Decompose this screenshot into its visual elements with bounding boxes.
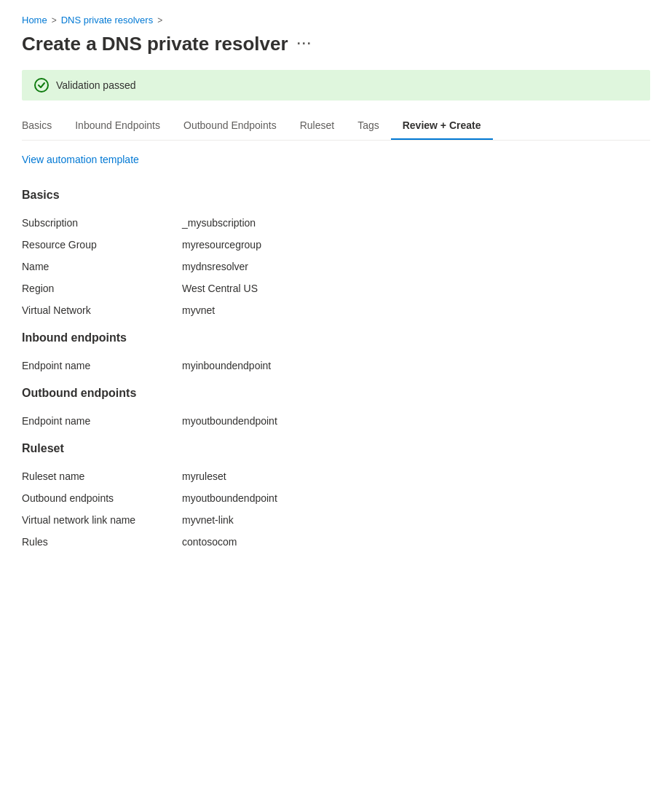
- breadcrumb-sep2: >: [157, 15, 162, 25]
- value-rules: contosocom: [182, 536, 237, 548]
- breadcrumb-dns[interactable]: DNS private resolvers: [61, 15, 153, 25]
- table-row: Endpoint name myoutboundendpoint: [22, 410, 650, 432]
- inbound-heading: Inbound endpoints: [22, 331, 650, 344]
- table-row: Virtual Network myvnet: [22, 299, 650, 321]
- outbound-section: Outbound endpoints Endpoint name myoutbo…: [22, 387, 650, 432]
- table-row: Rules contosocom: [22, 531, 650, 553]
- table-row: Virtual network link name myvnet-link: [22, 509, 650, 531]
- tab-inbound[interactable]: Inbound Endpoints: [63, 114, 172, 140]
- value-vnet-link-name: myvnet-link: [182, 514, 234, 526]
- label-ruleset-name: Ruleset name: [22, 470, 182, 482]
- value-virtual-network: myvnet: [182, 304, 215, 316]
- label-inbound-endpoint-name: Endpoint name: [22, 360, 182, 371]
- tab-tags[interactable]: Tags: [346, 114, 391, 140]
- label-outbound-endpoint-name: Endpoint name: [22, 415, 182, 427]
- validation-icon: [34, 78, 49, 92]
- breadcrumb-sep1: >: [52, 15, 57, 25]
- label-resource-group: Resource Group: [22, 239, 182, 251]
- value-region: West Central US: [182, 283, 258, 294]
- page-title: Create a DNS private resolver: [22, 33, 288, 55]
- tab-review-create[interactable]: Review + Create: [391, 114, 493, 140]
- more-options-button[interactable]: ···: [297, 36, 312, 52]
- table-row: Ruleset name myruleset: [22, 465, 650, 487]
- basics-heading: Basics: [22, 189, 650, 202]
- breadcrumb-home[interactable]: Home: [22, 15, 47, 25]
- label-region: Region: [22, 283, 182, 294]
- tab-outbound[interactable]: Outbound Endpoints: [172, 114, 288, 140]
- value-ruleset-name: myruleset: [182, 470, 226, 482]
- table-row: Outbound endpoints myoutboundendpoint: [22, 487, 650, 509]
- basics-section: Basics Subscription _mysubscription Reso…: [22, 189, 650, 321]
- label-vnet-link-name: Virtual network link name: [22, 514, 182, 526]
- ruleset-heading: Ruleset: [22, 442, 650, 455]
- value-ruleset-outbound-endpoints: myoutboundendpoint: [182, 492, 277, 504]
- tabs-nav: Basics Inbound Endpoints Outbound Endpoi…: [22, 114, 650, 141]
- inbound-section: Inbound endpoints Endpoint name myinboun…: [22, 331, 650, 377]
- table-row: Region West Central US: [22, 277, 650, 299]
- ruleset-section: Ruleset Ruleset name myruleset Outbound …: [22, 442, 650, 553]
- page-title-row: Create a DNS private resolver ···: [22, 33, 650, 55]
- outbound-heading: Outbound endpoints: [22, 387, 650, 400]
- label-subscription: Subscription: [22, 217, 182, 229]
- label-rules: Rules: [22, 536, 182, 548]
- table-row: Endpoint name myinboundendpoint: [22, 355, 650, 377]
- validation-message: Validation passed: [56, 79, 135, 91]
- label-ruleset-outbound-endpoints: Outbound endpoints: [22, 492, 182, 504]
- value-subscription: _mysubscription: [182, 217, 256, 229]
- label-name: Name: [22, 261, 182, 272]
- label-virtual-network: Virtual Network: [22, 304, 182, 316]
- table-row: Subscription _mysubscription: [22, 212, 650, 234]
- page-container: Home > DNS private resolvers > Create a …: [0, 0, 672, 796]
- tab-basics[interactable]: Basics: [22, 114, 63, 140]
- table-row: Resource Group myresourcegroup: [22, 234, 650, 256]
- value-resource-group: myresourcegroup: [182, 239, 261, 251]
- table-row: Name mydnsresolver: [22, 256, 650, 277]
- tab-ruleset[interactable]: Ruleset: [288, 114, 346, 140]
- validation-banner: Validation passed: [22, 70, 650, 101]
- value-inbound-endpoint-name: myinboundendpoint: [182, 360, 271, 371]
- value-name: mydnsresolver: [182, 261, 248, 272]
- breadcrumb: Home > DNS private resolvers >: [22, 15, 650, 25]
- view-automation-template-link[interactable]: View automation template: [22, 154, 139, 165]
- value-outbound-endpoint-name: myoutboundendpoint: [182, 415, 277, 427]
